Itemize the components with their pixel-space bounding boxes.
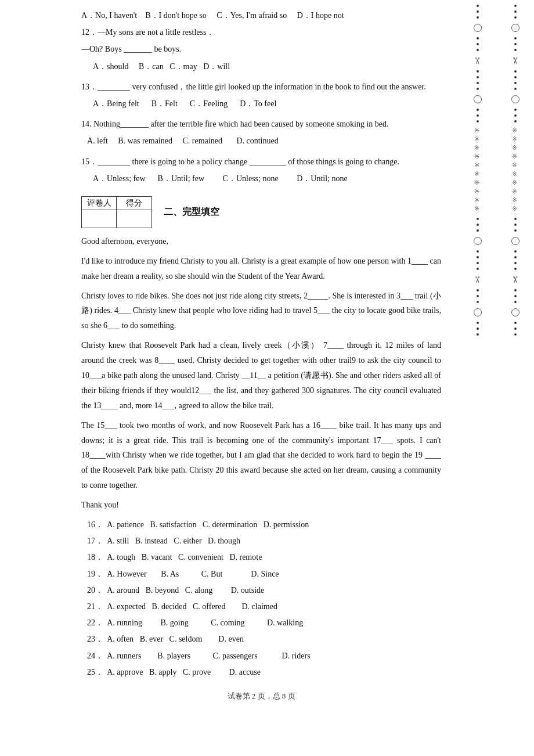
dot xyxy=(477,218,479,220)
q14-opt-b: B. was remained xyxy=(118,136,172,145)
q17-opt-c: C. either xyxy=(174,537,201,545)
dot-line-r2 xyxy=(513,35,518,53)
circle-mark-1 xyxy=(474,24,482,32)
dot xyxy=(477,76,479,78)
dot xyxy=(514,16,517,19)
dot-line-6 xyxy=(475,249,481,272)
q20-opt-c: C. along xyxy=(185,586,212,595)
q12-opt-d: D．will xyxy=(203,62,230,71)
q18-num: 18． xyxy=(87,553,103,561)
dot xyxy=(514,5,517,7)
margin-col-1: ✂ ※※※※※※※※※※ ✂ xyxy=(459,0,496,756)
q14-section: 14. Nothing_______ after the terrible fi… xyxy=(81,117,441,148)
circle-mark-r3 xyxy=(511,237,519,245)
q24-num: 24． xyxy=(87,651,103,660)
dot xyxy=(477,37,479,39)
q13-options: A．Being felt B．Felt C．Feeling D．To feel xyxy=(93,96,441,111)
q14-opt-d: D. continued xyxy=(236,136,278,145)
q16-num: 16． xyxy=(87,520,103,529)
grader-table: 评卷人 得分 xyxy=(81,196,152,228)
q23-opt-d: D. even xyxy=(218,635,244,643)
q19-num: 19． xyxy=(87,570,103,578)
dot xyxy=(477,88,479,90)
q14-opt-a: A. left xyxy=(87,136,108,145)
q24-opt-a: A. runners xyxy=(107,651,141,660)
q14-stem: 14. Nothing_______ after the terrible fi… xyxy=(81,117,441,131)
q12-stem2: —Oh? Boys _______ be boys. xyxy=(81,42,441,56)
q24-opt-c: C. passengers xyxy=(213,651,258,660)
q20-num: 20． xyxy=(87,586,103,595)
q19-opt-d: D. Since xyxy=(251,570,279,578)
q25-opt-b: B. apply xyxy=(149,668,176,676)
q22-options: 22． A. running B. going C. coming D. wal… xyxy=(87,615,441,630)
dot xyxy=(514,229,517,232)
dot-line-3 xyxy=(475,69,481,92)
circle-mark-3 xyxy=(474,237,482,245)
q16-options: 16． A. patience B. satisfaction C. deter… xyxy=(87,517,441,532)
q23-options: 23． A. often B. ever C. seldom D. even xyxy=(87,632,441,646)
q15-section: 15．________ there is going to be a polic… xyxy=(81,154,441,186)
q16-opt-c: C. determination xyxy=(203,520,257,529)
dot-line-7 xyxy=(475,287,481,305)
grader-table-rows: 评卷人 得分 xyxy=(82,197,151,228)
dot xyxy=(477,5,479,7)
q17-opt-b: B. instead xyxy=(135,537,168,545)
q13-stem: 13．________ very confused，the little gir… xyxy=(81,80,441,94)
dot xyxy=(477,49,479,51)
q13-opt-d: D．To feel xyxy=(240,99,276,108)
q14-opt-c: C. remained xyxy=(182,136,222,145)
q22-opt-c: C. coming xyxy=(211,618,244,627)
q19-opt-a: A. However xyxy=(107,570,146,578)
dot-line-5 xyxy=(475,216,481,233)
q13-opt-c: C．Feeling xyxy=(190,99,228,108)
dot xyxy=(477,250,479,253)
dot xyxy=(514,109,517,111)
q19-opt-b: B. As xyxy=(161,570,179,578)
dot xyxy=(477,262,479,264)
passage-p4: Christy knew that Roosevelt Park had a c… xyxy=(81,338,441,413)
q15-stem: 15．________ there is going to be a polic… xyxy=(81,154,441,169)
q19-opt-c: C. But xyxy=(201,570,223,578)
page-footer: 试卷第 2 页，总 8 页 xyxy=(81,691,441,701)
q25-opt-c: C. prove xyxy=(183,668,211,676)
dot xyxy=(514,88,517,90)
grader-empty-cell1 xyxy=(82,210,117,228)
q13-section: 13．________ very confused，the little gir… xyxy=(81,80,441,111)
q11-opt-c: C．Yes, I'm afraid so xyxy=(217,11,287,20)
q24-options: 24． A. runners B. players C. passengers … xyxy=(87,649,441,663)
dot xyxy=(514,224,517,226)
passage-p6: Thank you! xyxy=(81,498,441,513)
circle-mark-r1 xyxy=(511,24,519,32)
q17-opt-a: A. still xyxy=(107,537,129,545)
q22-opt-b: B. going xyxy=(160,618,188,627)
q21-opt-a: A. expected xyxy=(107,602,146,611)
q25-num: 25． xyxy=(87,668,103,676)
q18-opt-b: B. vacant xyxy=(142,553,172,561)
q17-num: 17． xyxy=(87,537,103,545)
dot xyxy=(477,322,479,324)
dot xyxy=(514,333,517,336)
dot xyxy=(477,109,479,111)
q17-options: 17． A. still B. instead C. either D. tho… xyxy=(87,534,441,548)
dot xyxy=(514,268,517,270)
dot xyxy=(477,70,479,73)
q22-num: 22． xyxy=(87,618,103,627)
dot-line-r8 xyxy=(513,320,518,337)
q16-opt-b: B. satisfaction xyxy=(150,520,196,529)
dot xyxy=(514,327,517,330)
dot-line-r3 xyxy=(513,69,518,92)
q12-stem1: 12．—My sons are not a little restless． xyxy=(81,25,441,39)
dot xyxy=(514,120,517,123)
dot xyxy=(514,82,517,84)
q21-opt-d: D. claimed xyxy=(241,602,277,611)
dot xyxy=(514,49,517,51)
q18-opt-d: D. remote xyxy=(229,553,262,561)
circle-mark-r2 xyxy=(511,95,519,103)
q20-opt-b: B. beyond xyxy=(146,586,179,595)
q15-opt-b: B．Until; few xyxy=(158,174,205,183)
dot xyxy=(514,262,517,264)
q12-opt-b: B．can xyxy=(139,62,164,71)
q23-num: 23． xyxy=(87,635,103,643)
q22-opt-a: A. running xyxy=(107,618,142,627)
q11-opt-d: D．I hope not xyxy=(297,11,344,20)
